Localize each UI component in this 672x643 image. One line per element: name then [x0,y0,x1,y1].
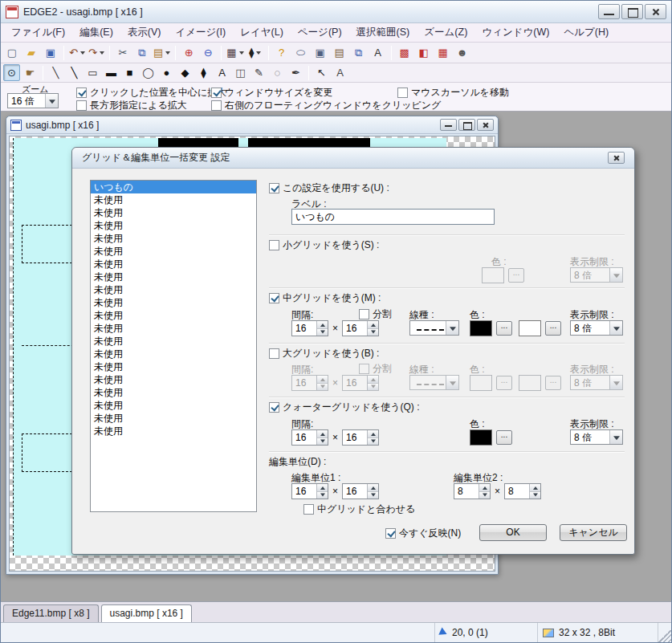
font-tool-button[interactable]: A [332,64,348,81]
menu-item[interactable]: イメージ(I) [168,23,233,42]
unit2-width-spinner[interactable]: 8 [454,483,491,499]
book-button[interactable]: ▤ [331,44,348,62]
spinner-down-icon[interactable] [530,492,540,499]
list-item[interactable]: 未使用 [91,283,256,296]
spinner-up-icon[interactable] [368,321,378,329]
list-item[interactable]: 未使用 [91,360,256,373]
dropdown-arrow-icon[interactable] [239,51,244,55]
main-titlebar[interactable]: EDGE2 - usagi.bmp [ x16 ] [1,1,671,23]
help-button[interactable]: ? [273,44,291,62]
spinner-up-icon[interactable] [317,376,328,384]
zoom-level-select[interactable]: 16 倍 [7,93,59,108]
cancel-button[interactable]: キャンセル [560,524,627,541]
open-folder-button[interactable]: ▰ [22,44,40,62]
spinner-up-icon[interactable] [530,484,540,492]
big-grid-color-swatch[interactable] [470,375,492,391]
settings-list[interactable]: いつもの未使用未使用未使用未使用未使用未使用未使用未使用未使用未使用未使用未使用… [90,180,257,512]
rect-filled-tool-button[interactable]: ▬ [103,64,120,81]
list-item[interactable]: 未使用 [91,271,256,283]
menu-item[interactable]: 選択範囲(S) [349,23,417,42]
big-limit-select[interactable]: 8 倍 [570,375,623,390]
dropdown-arrow-icon[interactable] [80,51,85,55]
dropdown-arrow-icon[interactable] [100,51,104,55]
list-item[interactable]: 未使用 [91,373,256,386]
list-item[interactable]: 未使用 [91,309,256,322]
quarter-grid-checkbox[interactable]: クォーターグリッドを使う(Q) : [269,401,420,414]
mid-grid-color2-picker-button[interactable]: ... [545,321,561,336]
comment-image-button[interactable]: ▣ [312,44,329,62]
ellipse-outline-tool-button[interactable]: ◯ [140,64,157,81]
layers-button[interactable]: ⧉ [350,44,368,62]
lasso-tool-button[interactable]: ◌ [269,64,286,81]
big-grid-height-spinner[interactable]: 16 [342,375,379,391]
small-color-swatch[interactable] [482,267,504,283]
menu-item[interactable]: ファイル(F) [4,23,72,42]
mid-grid-height-spinner[interactable]: 16 [342,320,379,336]
line-tool-button[interactable]: ╲ [66,64,83,81]
ellipse-filled-tool-button[interactable]: ● [158,64,175,81]
line-thin-tool-button[interactable]: ╲ [47,64,64,81]
menu-item[interactable]: ズーム(Z) [417,23,474,42]
chevron-down-icon[interactable] [446,376,458,389]
small-color-picker-button[interactable]: ... [508,268,524,283]
menu-item[interactable]: ウィンドウ(W) [474,23,556,42]
spinner-down-icon[interactable] [317,492,328,499]
pen-tool-button[interactable]: ✎ [250,64,267,81]
magnifier-tool-button[interactable]: ⊙ [3,64,20,81]
big-split-checkbox[interactable]: 分割 [359,362,392,376]
list-item[interactable]: 未使用 [91,412,256,425]
doc-tab[interactable]: usagi.bmp [ x16 ] [101,604,192,622]
spinner-up-icon[interactable] [368,376,378,384]
undo-button[interactable]: ↶ [68,44,86,62]
list-item[interactable]: 未使用 [91,206,256,219]
cut-button[interactable]: ✂ [114,44,132,62]
label-input[interactable] [291,209,495,225]
eraser-tool-button[interactable]: ◫ [232,64,249,81]
list-item[interactable]: 未使用 [91,399,256,412]
zoom-clip-checkbox[interactable]: 右側のフローティングウィンドウをクリッピング [211,99,441,112]
mid-grid-checkbox[interactable]: 中グリッドを使う(M) : [269,291,381,305]
text-tool-button[interactable]: A [214,64,230,81]
spinner-down-icon[interactable] [368,492,378,499]
chevron-down-icon[interactable] [609,376,622,389]
eyedropper-tool-button[interactable]: ✒ [287,64,304,81]
new-file-button[interactable]: ▢ [3,44,21,62]
chevron-down-icon[interactable] [446,321,458,335]
dialog-close-button[interactable] [608,152,625,164]
mid-limit-select[interactable]: 8 倍 [570,320,623,336]
list-item[interactable]: 未使用 [91,245,256,258]
list-item[interactable]: 未使用 [91,232,256,245]
spinner-down-icon[interactable] [317,438,328,446]
blob-tool-button[interactable]: ◆ [177,64,193,81]
mid-grid-color-swatch[interactable] [470,320,492,336]
big-grid-width-spinner[interactable]: 16 [291,375,328,391]
menu-item[interactable]: 表示(V) [120,23,169,42]
spinner-up-icon[interactable] [317,321,328,329]
mid-split-checkbox[interactable]: 分割 [359,307,392,321]
quarter-grid-height-spinner[interactable]: 16 [342,429,379,446]
palette-swap-button[interactable]: ◧ [415,44,433,62]
dropdown-arrow-icon[interactable] [256,51,261,55]
spinner-up-icon[interactable] [368,484,378,492]
dialog-titlebar[interactable]: グリッド＆編集単位一括変更 設定 [72,148,634,169]
menu-item[interactable]: ヘルプ(H) [556,23,616,42]
spinner-down-icon[interactable] [479,492,490,499]
mid-grid-color-picker-button[interactable]: ... [496,321,512,336]
list-item[interactable]: 未使用 [91,322,256,335]
ok-button[interactable]: OK [479,524,547,541]
chevron-down-icon[interactable] [609,268,622,282]
use-setting-checkbox[interactable]: この設定を使用する(U) : [269,181,389,195]
fill-tool-button[interactable]: ⧫ [195,64,212,81]
menu-item[interactable]: ページ(P) [291,23,349,42]
mid-grid-width-spinner[interactable]: 16 [291,320,328,336]
copy-button[interactable]: ⧉ [133,44,151,62]
list-item[interactable]: 未使用 [91,386,256,399]
quarter-limit-select[interactable]: 8 倍 [570,429,623,445]
quarter-grid-color-picker-button[interactable]: ... [496,430,512,445]
spinner-down-icon[interactable] [368,384,378,391]
spinner-up-icon[interactable] [317,484,328,492]
rect-outline-tool-button[interactable]: ▭ [84,64,101,81]
mid-line-style-select[interactable] [409,320,459,336]
hand-tool-button[interactable]: ☛ [22,64,39,81]
document-titlebar[interactable]: usagi.bmp [ x16 ] [6,116,498,134]
